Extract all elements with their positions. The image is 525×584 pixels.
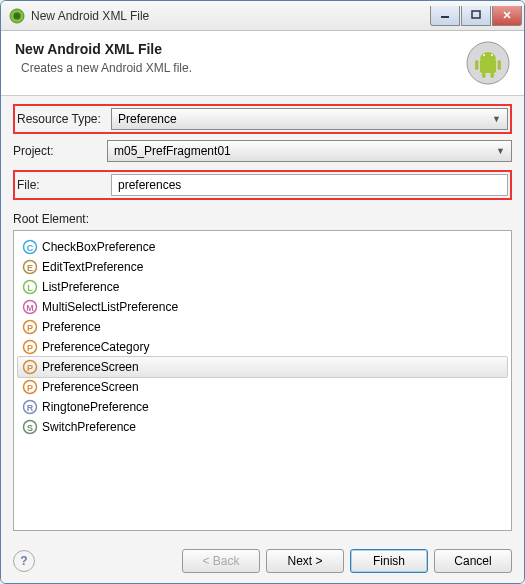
svg-rect-9 <box>491 72 495 78</box>
help-button[interactable]: ? <box>13 550 35 572</box>
finish-button[interactable]: Finish <box>350 549 428 573</box>
list-item-label: PreferenceScreen <box>42 380 139 394</box>
maximize-button[interactable] <box>461 6 491 26</box>
project-value: m05_PrefFragment01 <box>114 144 231 158</box>
list-item[interactable]: CCheckBoxPreference <box>18 237 507 257</box>
list-item[interactable]: MMultiSelectListPreference <box>18 297 507 317</box>
button-bar: ? < Back Next > Finish Cancel <box>1 539 524 583</box>
chevron-down-icon: ▼ <box>492 114 501 124</box>
svg-rect-3 <box>472 11 480 18</box>
list-item[interactable]: PPreferenceScreen <box>18 377 507 397</box>
list-item-label: ListPreference <box>42 280 119 294</box>
svg-rect-5 <box>480 59 496 73</box>
element-letter-icon: P <box>22 339 38 355</box>
project-select[interactable]: m05_PrefFragment01 ▼ <box>107 140 512 162</box>
list-item-label: CheckBoxPreference <box>42 240 155 254</box>
svg-text:C: C <box>27 243 34 253</box>
root-element-label: Root Element: <box>13 212 512 226</box>
list-item-label: EditTextPreference <box>42 260 143 274</box>
resource-type-label: Resource Type: <box>17 112 111 126</box>
element-letter-icon: L <box>22 279 38 295</box>
android-icon <box>466 41 510 85</box>
next-button[interactable]: Next > <box>266 549 344 573</box>
element-letter-icon: P <box>22 359 38 375</box>
banner-title: New Android XML File <box>15 41 458 57</box>
svg-text:M: M <box>26 303 34 313</box>
svg-text:P: P <box>27 323 33 333</box>
highlight-file: File: <box>13 170 512 200</box>
svg-text:P: P <box>27 343 33 353</box>
svg-text:S: S <box>27 423 33 433</box>
titlebar: New Android XML File <box>1 1 524 31</box>
element-letter-icon: S <box>22 419 38 435</box>
svg-point-11 <box>491 54 493 56</box>
file-label: File: <box>17 178 111 192</box>
app-icon <box>9 8 25 24</box>
list-item[interactable]: LListPreference <box>18 277 507 297</box>
element-letter-icon: R <box>22 399 38 415</box>
svg-rect-6 <box>475 60 479 70</box>
dialog-banner: New Android XML File Creates a new Andro… <box>1 31 524 96</box>
minimize-button[interactable] <box>430 6 460 26</box>
svg-text:E: E <box>27 263 33 273</box>
svg-text:P: P <box>27 363 33 373</box>
list-item[interactable]: EEditTextPreference <box>18 257 507 277</box>
element-letter-icon: C <box>22 239 38 255</box>
svg-text:R: R <box>27 403 34 413</box>
element-letter-icon: M <box>22 299 38 315</box>
svg-text:P: P <box>27 383 33 393</box>
list-item[interactable]: PPreference <box>18 317 507 337</box>
cancel-button[interactable]: Cancel <box>434 549 512 573</box>
list-item-label: SwitchPreference <box>42 420 136 434</box>
project-label: Project: <box>13 144 107 158</box>
svg-rect-8 <box>482 72 486 78</box>
window-title: New Android XML File <box>31 9 430 23</box>
root-element-list[interactable]: CCheckBoxPreferenceEEditTextPreferenceLL… <box>13 230 512 531</box>
resource-type-select[interactable]: Preference ▼ <box>111 108 508 130</box>
list-item-label: Preference <box>42 320 101 334</box>
svg-rect-2 <box>441 16 449 18</box>
list-item-label: PreferenceScreen <box>42 360 139 374</box>
list-item[interactable]: PPreferenceScreen <box>17 356 508 378</box>
highlight-resource-type: Resource Type: Preference ▼ <box>13 104 512 134</box>
list-item-label: RingtonePreference <box>42 400 149 414</box>
list-item[interactable]: SSwitchPreference <box>18 417 507 437</box>
svg-point-10 <box>483 54 485 56</box>
svg-text:L: L <box>27 283 33 293</box>
file-input[interactable] <box>111 174 508 196</box>
element-letter-icon: E <box>22 259 38 275</box>
list-item[interactable]: PPreferenceCategory <box>18 337 507 357</box>
svg-rect-7 <box>498 60 502 70</box>
element-letter-icon: P <box>22 379 38 395</box>
resource-type-value: Preference <box>118 112 177 126</box>
banner-subtitle: Creates a new Android XML file. <box>15 61 458 75</box>
chevron-down-icon: ▼ <box>496 146 505 156</box>
element-letter-icon: P <box>22 319 38 335</box>
list-item-label: MultiSelectListPreference <box>42 300 178 314</box>
close-button[interactable] <box>492 6 522 26</box>
back-button[interactable]: < Back <box>182 549 260 573</box>
list-item[interactable]: RRingtonePreference <box>18 397 507 417</box>
list-item-label: PreferenceCategory <box>42 340 149 354</box>
svg-point-1 <box>14 12 21 19</box>
